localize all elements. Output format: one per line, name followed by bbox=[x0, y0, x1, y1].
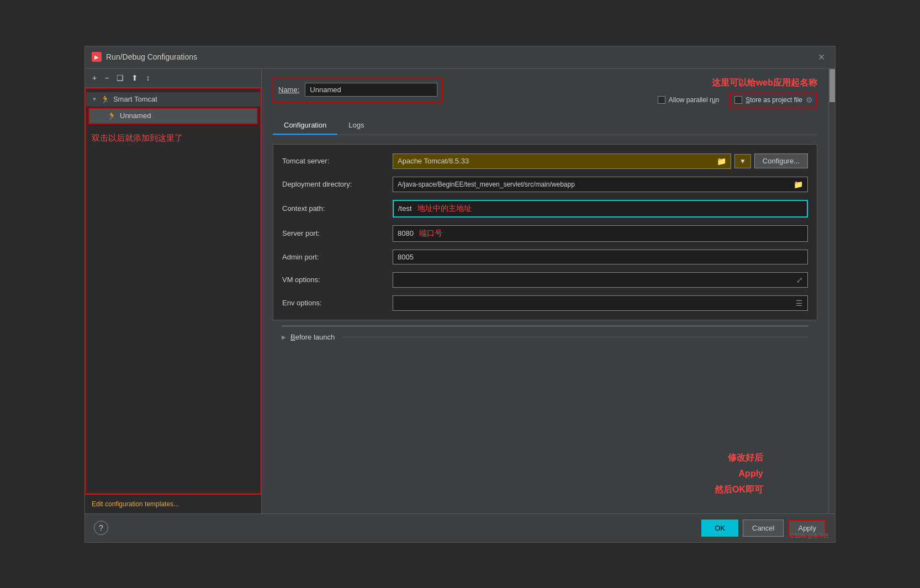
run-debug-dialog: ▶ Run/Debug Configurations ✕ + − ❑ ⬆ ↕ ▼… bbox=[84, 46, 836, 543]
bottom-annotation: 修改好后 Apply 然后OK即可 bbox=[715, 450, 763, 497]
env-options-value: ☰ bbox=[393, 295, 808, 311]
title-bar-left: ▶ Run/Debug Configurations bbox=[92, 52, 197, 62]
bottom-annotation-line2: Apply bbox=[715, 466, 763, 482]
sort-button[interactable]: ↕ bbox=[143, 72, 152, 84]
deployment-dir-label: Deployment directory: bbox=[282, 180, 393, 188]
cancel-button[interactable]: Cancel bbox=[743, 520, 784, 537]
deployment-dir-input[interactable]: A/java-space/BeginEE/test_meven_servlet/… bbox=[393, 177, 808, 192]
tomcat-server-label: Tomcat server: bbox=[282, 157, 393, 165]
deployment-dir-row: Deployment directory: A/java-space/Begin… bbox=[282, 177, 808, 192]
store-checkbox-box[interactable] bbox=[734, 96, 742, 104]
main-body: + − ❑ ⬆ ↕ ▼ 🏃 Smart Tomcat 🏃 Unnamed bbox=[85, 68, 835, 513]
watermark: CSDN @鱼小氏 bbox=[790, 532, 829, 540]
unnamed-config-label: Unnamed bbox=[120, 112, 151, 120]
before-launch-header[interactable]: ▶ Before launch bbox=[282, 326, 808, 341]
tomcat-server-value: Apache Tomcat/8.5.33 📁 ▼ Configure... bbox=[393, 153, 808, 169]
vm-options-row: VM options: ⤢ bbox=[282, 272, 808, 288]
admin-port-label: Admin port: bbox=[282, 253, 393, 261]
env-options-label: Env options: bbox=[282, 299, 393, 307]
context-path-row: Context path: /test 地址中的主地址 bbox=[282, 200, 808, 218]
tree-group-smart-tomcat: ▼ 🏃 Smart Tomcat 🏃 Unnamed bbox=[86, 91, 260, 126]
env-options-input[interactable]: ☰ bbox=[393, 295, 808, 311]
before-launch-section: ▶ Before launch bbox=[273, 326, 817, 341]
env-options-row: Env options: ☰ bbox=[282, 295, 808, 311]
unnamed-config-icon: 🏃 bbox=[107, 112, 117, 120]
add-button[interactable]: + bbox=[89, 72, 99, 84]
tomcat-folder-icon[interactable]: 📁 bbox=[717, 157, 726, 166]
smart-tomcat-label: Smart Tomcat bbox=[113, 95, 157, 103]
left-panel: + − ❑ ⬆ ↕ ▼ 🏃 Smart Tomcat 🏃 Unnamed bbox=[85, 68, 262, 513]
smart-tomcat-icon: 🏃 bbox=[101, 95, 110, 104]
header-annotation: 这里可以给web应用起名称 bbox=[712, 77, 817, 89]
tree-expand-arrow: ▼ bbox=[92, 96, 97, 102]
parallel-run-checkbox-box[interactable] bbox=[658, 96, 665, 104]
tomcat-dropdown-btn[interactable]: ▼ bbox=[734, 154, 751, 168]
scrollbar-thumb[interactable] bbox=[829, 69, 835, 102]
admin-port-text: 8005 bbox=[398, 253, 414, 261]
tree-annotation: 双击以后就添加到这里了 bbox=[86, 126, 260, 150]
tomcat-select[interactable]: Apache Tomcat/8.5.33 📁 bbox=[393, 153, 731, 169]
bottom-annotation-line3: 然后OK即可 bbox=[715, 482, 763, 498]
close-button[interactable]: ✕ bbox=[815, 51, 828, 63]
tabs-row: Configuration Logs bbox=[273, 116, 817, 135]
before-launch-arrow: ▶ bbox=[282, 334, 286, 340]
checkboxes-row: Allow parallel run Store as project file… bbox=[658, 92, 817, 108]
name-section: Name: bbox=[273, 77, 443, 102]
store-as-project-section: Store as project file ⚙ bbox=[730, 92, 817, 108]
store-gear-icon[interactable]: ⚙ bbox=[806, 96, 813, 104]
admin-port-value: 8005 bbox=[393, 250, 808, 264]
context-path-label: Context path: bbox=[282, 204, 393, 213]
vm-expand-icon[interactable]: ⤢ bbox=[796, 276, 803, 284]
remove-button[interactable]: − bbox=[102, 72, 112, 84]
tree-child-unnamed[interactable]: 🏃 Unnamed bbox=[88, 108, 258, 124]
deployment-dir-text: A/java-space/BeginEE/test_meven_servlet/… bbox=[398, 181, 794, 188]
tomcat-version-text: Apache Tomcat/8.5.33 bbox=[398, 157, 717, 165]
vm-options-value: ⤢ bbox=[393, 272, 808, 288]
admin-port-row: Admin port: 8005 bbox=[282, 250, 808, 264]
vm-options-label: VM options: bbox=[282, 276, 393, 284]
title-bar: ▶ Run/Debug Configurations ✕ bbox=[85, 46, 835, 68]
admin-port-input[interactable]: 8005 bbox=[393, 250, 808, 264]
context-path-value: /test 地址中的主地址 bbox=[393, 200, 808, 218]
footer: ? OK Cancel Apply bbox=[85, 513, 835, 542]
right-panel: Name: 这里可以给web应用起名称 Allow parallel run bbox=[262, 68, 828, 513]
configuration-tree: ▼ 🏃 Smart Tomcat 🏃 Unnamed 双击以后就添加到这里了 bbox=[85, 88, 261, 494]
ok-button[interactable]: OK bbox=[701, 520, 738, 537]
env-options-icon[interactable]: ☰ bbox=[796, 299, 803, 308]
context-path-text: /test bbox=[398, 204, 412, 213]
deployment-dir-value: A/java-space/BeginEE/test_meven_servlet/… bbox=[393, 177, 808, 192]
store-as-project-label: Store as project file bbox=[745, 96, 802, 104]
copy-button[interactable]: ❑ bbox=[114, 72, 126, 84]
server-port-row: Server port: 8080 端口号 bbox=[282, 225, 808, 242]
name-label: Name: bbox=[278, 86, 299, 94]
before-launch-divider bbox=[342, 337, 808, 337]
header-options: 这里可以给web应用起名称 Allow parallel run Store a… bbox=[658, 77, 817, 108]
tree-parent-smart-tomcat[interactable]: ▼ 🏃 Smart Tomcat bbox=[86, 92, 260, 107]
edit-templates-link[interactable]: Edit configuration templates... bbox=[85, 494, 261, 513]
configuration-form: Tomcat server: Apache Tomcat/8.5.33 📁 ▼ … bbox=[273, 144, 817, 320]
allow-parallel-label: Allow parallel run bbox=[669, 96, 719, 104]
help-button[interactable]: ? bbox=[94, 521, 108, 535]
server-port-value: 8080 端口号 bbox=[393, 225, 808, 242]
app-icon: ▶ bbox=[92, 52, 102, 62]
tomcat-server-row: Tomcat server: Apache Tomcat/8.5.33 📁 ▼ … bbox=[282, 153, 808, 169]
deployment-folder-icon[interactable]: 📁 bbox=[794, 180, 803, 189]
configure-button[interactable]: Configure... bbox=[754, 153, 808, 168]
move-up-button[interactable]: ⬆ bbox=[129, 72, 141, 84]
context-path-input[interactable]: /test 地址中的主地址 bbox=[393, 200, 808, 218]
bottom-annotation-line1: 修改好后 bbox=[715, 450, 763, 466]
header-row: Name: 这里可以给web应用起名称 Allow parallel run bbox=[273, 77, 817, 108]
store-as-project-checkbox[interactable]: Store as project file bbox=[734, 96, 802, 104]
allow-parallel-run-checkbox[interactable]: Allow parallel run bbox=[658, 96, 719, 104]
server-port-input[interactable]: 8080 端口号 bbox=[393, 225, 808, 242]
dialog-title: Run/Debug Configurations bbox=[106, 52, 197, 61]
toolbar: + − ❑ ⬆ ↕ bbox=[85, 68, 261, 88]
vm-options-input[interactable]: ⤢ bbox=[393, 272, 808, 288]
tab-configuration[interactable]: Configuration bbox=[273, 116, 337, 135]
context-path-annotation: 地址中的主地址 bbox=[417, 204, 472, 214]
tab-logs[interactable]: Logs bbox=[337, 116, 375, 135]
server-port-annotation: 端口号 bbox=[419, 229, 442, 239]
name-input[interactable] bbox=[305, 83, 437, 97]
before-launch-label: Before launch bbox=[290, 333, 335, 341]
scrollbar bbox=[828, 68, 835, 513]
